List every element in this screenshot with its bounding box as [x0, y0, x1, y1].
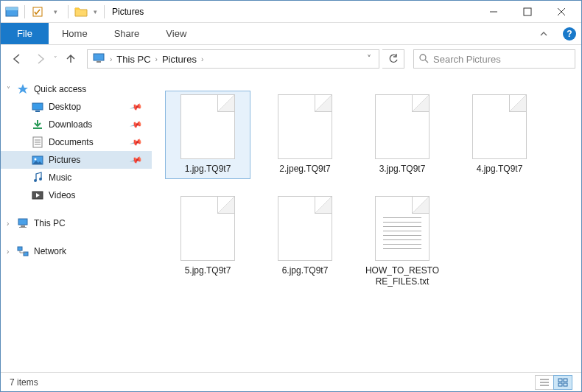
file-tab[interactable]: File — [1, 23, 49, 44]
downloads-icon — [32, 119, 43, 130]
svg-rect-14 — [33, 127, 42, 129]
pin-icon: 📌 — [130, 100, 144, 113]
tab-share[interactable]: Share — [101, 23, 153, 44]
pin-icon: 📌 — [130, 136, 144, 149]
tab-view[interactable]: View — [152, 23, 200, 44]
svg-rect-34 — [558, 383, 562, 386]
sidebar-item-videos[interactable]: Videos — [1, 186, 152, 204]
svg-point-21 — [34, 179, 37, 182]
file-item[interactable]: HOW_TO_RESTORE_FILES.txt — [360, 192, 445, 292]
sidebar-item-label: Videos — [49, 190, 75, 200]
file-name-label: 2.jpeg.TQ9t7 — [279, 164, 330, 175]
item-count: 7 items — [10, 377, 38, 388]
breadcrumb-chevron[interactable]: › — [108, 55, 113, 63]
sidebar-item-downloads[interactable]: Downloads 📌 — [1, 116, 152, 133]
star-icon — [17, 83, 29, 95]
documents-icon — [32, 136, 43, 148]
file-thumbnail — [180, 94, 235, 159]
expand-icon[interactable]: ˅ — [7, 85, 10, 94]
file-name-label: 6.jpg.TQ9t7 — [282, 265, 329, 277]
sidebar-item-label: Quick access — [34, 84, 86, 94]
navigation-pane: ˅ Quick access Desktop 📌 Downloads 📌 Doc… — [1, 73, 152, 368]
search-icon — [418, 53, 429, 66]
sidebar-item-label: This PC — [34, 218, 66, 228]
address-bar[interactable]: › This PC › Pictures › ˅ — [87, 49, 379, 69]
sidebar-item-music[interactable]: Music — [1, 169, 152, 186]
file-item[interactable]: 2.jpeg.TQ9t7 — [262, 91, 348, 179]
file-name-label: 4.jpg.TQ9t7 — [477, 164, 523, 175]
svg-point-22 — [39, 178, 42, 181]
folder-icon — [73, 4, 89, 20]
separator — [24, 5, 25, 18]
separator — [68, 5, 69, 18]
search-box[interactable]: Search Pictures — [413, 49, 575, 69]
sidebar-item-desktop[interactable]: Desktop 📌 — [1, 98, 152, 116]
sidebar-item-documents[interactable]: Documents 📌 — [1, 133, 152, 151]
file-item[interactable]: 1.jpg.TQ9t7 — [165, 91, 250, 179]
svg-rect-27 — [18, 247, 22, 251]
file-thumbnail — [375, 94, 430, 159]
file-item[interactable]: 5.jpg.TQ9t7 — [165, 192, 250, 292]
expand-icon[interactable]: › — [7, 220, 9, 228]
up-button[interactable] — [60, 49, 81, 69]
app-icon[interactable] — [4, 4, 20, 20]
sidebar-item-label: Desktop — [49, 102, 81, 112]
pc-icon — [89, 53, 108, 66]
sidebar-quick-access[interactable]: ˅ Quick access — [1, 80, 152, 98]
expand-icon[interactable]: › — [7, 248, 9, 256]
file-item[interactable]: 3.jpg.TQ9t7 — [360, 91, 445, 179]
history-dropdown[interactable]: ˅ — [54, 55, 57, 63]
network-icon — [17, 245, 29, 257]
breadcrumb-chevron[interactable]: › — [200, 55, 205, 63]
maximize-button[interactable] — [511, 1, 544, 22]
content-area: ˅ Quick access Desktop 📌 Downloads 📌 Doc… — [1, 73, 581, 368]
window-controls — [477, 1, 578, 22]
back-button[interactable] — [7, 49, 27, 69]
file-item[interactable]: 4.jpg.TQ9t7 — [457, 91, 542, 179]
help-icon: ? — [563, 27, 576, 41]
icons-view-button[interactable] — [553, 375, 572, 390]
file-item[interactable]: 6.jpg.TQ9t7 — [262, 192, 348, 292]
svg-line-11 — [425, 60, 428, 63]
chevron-down-icon[interactable]: ▾ — [47, 4, 63, 20]
music-icon — [32, 172, 43, 183]
details-view-button[interactable] — [535, 375, 554, 390]
view-toggle — [536, 375, 572, 390]
pc-icon — [17, 217, 29, 229]
tab-home[interactable]: Home — [49, 23, 101, 44]
quick-access-toolbar: ▾ ▾ — [4, 4, 108, 20]
file-thumbnail — [180, 196, 235, 261]
pin-icon: 📌 — [130, 153, 144, 167]
svg-point-20 — [35, 158, 37, 160]
properties-icon[interactable] — [29, 4, 46, 20]
chevron-down-icon[interactable]: ▾ — [91, 4, 99, 20]
sidebar-network[interactable]: › Network — [1, 242, 152, 260]
minimize-button[interactable] — [477, 1, 511, 22]
file-view[interactable]: 1.jpg.TQ9t72.jpeg.TQ9t73.jpg.TQ9t74.jpg.… — [152, 73, 581, 368]
breadcrumb-pictures[interactable]: Pictures — [159, 54, 200, 65]
help-button[interactable]: ? — [558, 23, 581, 44]
refresh-button[interactable] — [382, 49, 404, 69]
svg-rect-2 — [6, 7, 18, 10]
svg-rect-9 — [97, 61, 101, 63]
svg-rect-33 — [564, 379, 567, 382]
navigation-bar: ˅ › This PC › Pictures › ˅ Search Pictur… — [1, 45, 581, 73]
window-title: Pictures — [112, 7, 144, 17]
search-placeholder: Search Pictures — [433, 54, 501, 65]
svg-rect-32 — [558, 379, 562, 382]
desktop-icon — [32, 101, 43, 113]
svg-rect-35 — [564, 383, 567, 386]
breadcrumb-chevron[interactable]: › — [154, 55, 159, 63]
file-thumbnail — [278, 196, 332, 261]
close-button[interactable] — [544, 1, 578, 22]
sidebar-item-label: Downloads — [49, 119, 92, 130]
address-dropdown[interactable]: ˅ — [361, 54, 377, 64]
sidebar-this-pc[interactable]: › This PC — [1, 214, 152, 232]
forward-button[interactable] — [30, 49, 51, 69]
title-bar: ▾ ▾ Pictures — [1, 1, 581, 23]
sidebar-item-pictures[interactable]: Pictures 📌 — [1, 151, 152, 169]
file-name-label: 5.jpg.TQ9t7 — [185, 265, 231, 277]
breadcrumb-this-pc[interactable]: This PC — [113, 54, 153, 65]
collapse-ribbon-button[interactable] — [530, 23, 558, 44]
pin-icon: 📌 — [130, 118, 144, 131]
